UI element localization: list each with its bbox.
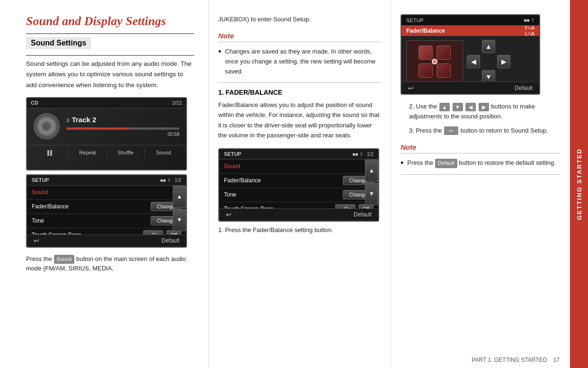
fader-setup-label: SETUP bbox=[406, 18, 424, 23]
right-note-section: Note • Press the Default button to resto… bbox=[401, 143, 561, 175]
setup-item-tone-2[interactable]: Tone Change bbox=[219, 188, 378, 202]
ctrl-up-icon2: ▲ bbox=[439, 103, 450, 111]
setup-bottom-bar-2: ↩ Default bbox=[219, 208, 378, 221]
setup-page-1: 1/2 bbox=[175, 178, 181, 183]
setup-item-sound[interactable]: Sound bbox=[27, 186, 186, 200]
mid-caption-2: 1. Press the Fader/Balance setting butto… bbox=[218, 226, 381, 233]
page-title: Sound and Display Settings bbox=[26, 14, 194, 28]
fader-top-bar: SETUP ■■ ⇧ bbox=[401, 15, 539, 26]
left-caption: Press the Sound button on the main scree… bbox=[26, 254, 194, 273]
cd-progress-fill bbox=[66, 127, 128, 130]
cd-shuffle-btn[interactable]: Shuffle bbox=[107, 148, 145, 157]
cd-info: ♪ Track 2 00:58 bbox=[66, 116, 179, 137]
setup-sound-label-2: Sound bbox=[224, 163, 374, 170]
seat-rear-right bbox=[437, 63, 451, 78]
cd-main: ♪ Track 2 00:58 bbox=[27, 108, 186, 144]
right-column: SETUP ■■ ⇧ Fader/Balance F=A L=A bbox=[391, 0, 570, 368]
ctrl-back-icon2: ↩ bbox=[444, 126, 458, 135]
cd-label: CD bbox=[31, 100, 38, 106]
seat-front-right bbox=[437, 45, 451, 60]
side-tab-label: GETTING STARTED bbox=[576, 148, 583, 220]
scroll-down-btn-1[interactable]: ▼ bbox=[173, 209, 186, 231]
cd-sound-btn[interactable]: Sound bbox=[145, 148, 182, 157]
left-body-text: Sound settings can be adjusted from any … bbox=[26, 59, 194, 90]
fader-balance-screen: SETUP ■■ ⇧ Fader/Balance F=A L=A bbox=[401, 14, 540, 95]
setup-top-bar-1: SETUP ■■ ⇧ 1/2 bbox=[27, 175, 186, 186]
back-icon-1[interactable]: ↩ bbox=[34, 237, 39, 244]
mid-section-heading: 1. FADER/BALANCE bbox=[218, 89, 381, 96]
scroll-up-btn-1[interactable]: ▲ bbox=[173, 186, 186, 208]
sound-inline-btn[interactable]: Sound bbox=[54, 255, 75, 264]
cd-disc bbox=[34, 113, 60, 139]
page-number: 17 bbox=[553, 357, 560, 363]
cd-repeat-btn[interactable]: Repeat bbox=[69, 148, 107, 157]
scroll-down-btn-2[interactable]: ▼ bbox=[365, 183, 378, 205]
right-note-bullet: • Press the Default button to restore th… bbox=[401, 158, 561, 169]
mid-note-bullet-1: • Changes are saved as they are made. In… bbox=[218, 47, 381, 76]
cd-counter: 2/21 bbox=[172, 100, 182, 106]
cd-top-bar: CD 2/21 bbox=[27, 98, 186, 108]
right-step-3: 3. Press the ↩ button to return to Sound… bbox=[401, 126, 561, 135]
fader-title-text: Fader/Balance bbox=[406, 27, 445, 34]
fader-lr-row: ◀ ▶ bbox=[467, 55, 510, 68]
right-note-heading: Note bbox=[401, 143, 561, 153]
fader-default-btn[interactable]: Default bbox=[515, 85, 533, 91]
fader-back-icon[interactable]: ↩ bbox=[408, 84, 414, 92]
setup-scroll-btns-1: ▲ ▼ bbox=[173, 186, 186, 231]
right-steps-list: 2. Use the ▲ ▼ ◀ ▶ buttons to make adjus… bbox=[401, 101, 561, 135]
cd-progress-bar bbox=[66, 127, 179, 130]
fader-fa-label: F=A bbox=[525, 25, 535, 31]
default-inline-label[interactable]: Default bbox=[435, 159, 457, 168]
section-divider-2 bbox=[26, 55, 194, 56]
right-bullet-dot: • bbox=[401, 158, 403, 169]
middle-column: JUKEBOX) to enter Sound Setup. Note • Ch… bbox=[208, 0, 391, 368]
setup-item-fader-2[interactable]: Fader/Balance Change bbox=[219, 174, 378, 188]
fader-up-btn[interactable]: ▲ bbox=[482, 40, 495, 53]
cd-time: 00:58 bbox=[66, 132, 179, 137]
setup-icons-1: ■■ ⇧ bbox=[160, 178, 171, 183]
setup-item-tone[interactable]: Tone Change bbox=[27, 214, 186, 228]
fader-center-space bbox=[482, 55, 495, 68]
setup-screen-1: SETUP ■■ ⇧ 1/2 Sound Fader/Balance Chang… bbox=[26, 174, 187, 248]
setup-label-2: SETUP bbox=[224, 151, 241, 157]
setup-fader-label-2: Fader/Balance bbox=[224, 177, 343, 184]
setup-page-2: 1/2 bbox=[367, 152, 374, 157]
side-tab: GETTING STARTED bbox=[570, 0, 588, 368]
setup-menu-1: Sound Fader/Balance Change Tone Change T… bbox=[27, 186, 186, 242]
fader-left-btn[interactable]: ◀ bbox=[467, 55, 480, 68]
cd-player-screen: CD 2/21 ♪ Track 2 00:58 bbox=[26, 97, 187, 171]
fader-grid bbox=[406, 40, 463, 83]
fader-arrows: ▲ ◀ ▶ ▼ bbox=[467, 40, 510, 83]
setup-item-fader[interactable]: Fader/Balance Change bbox=[27, 200, 186, 214]
mid-section-body: Fader/Balance allows you to adjust the p… bbox=[218, 100, 381, 141]
seat-rear-left bbox=[419, 63, 433, 78]
section-heading: Sound Settings bbox=[31, 39, 86, 47]
setup-scroll-btns-2: ▲ ▼ bbox=[365, 160, 378, 205]
back-icon-2[interactable]: ↩ bbox=[226, 211, 232, 218]
scroll-up-btn-2[interactable]: ▲ bbox=[365, 160, 378, 182]
setup-screen-2: SETUP ■■ ⇧ 1/2 Sound Fader/Balance Chang… bbox=[218, 148, 379, 222]
cd-controls-bar: Repeat Shuffle Sound bbox=[27, 145, 186, 160]
footer-text: PART 1. GETTING STARTED bbox=[472, 357, 547, 363]
page-footer: PART 1. GETTING STARTED 17 bbox=[472, 357, 560, 363]
main-content: Sound and Display Settings Sound Setting… bbox=[0, 0, 570, 368]
mid-caption-continued: JUKEBOX) to enter Sound Setup. bbox=[218, 14, 381, 24]
fader-title-bar: Fader/Balance F=A L=A bbox=[401, 26, 539, 36]
cd-pause-btn[interactable] bbox=[31, 148, 69, 157]
setup-item-sound-2[interactable]: Sound bbox=[219, 160, 378, 174]
default-btn-2[interactable]: Default bbox=[354, 211, 372, 218]
seat-front-left bbox=[419, 45, 433, 60]
setup-tone-label-2: Tone bbox=[224, 191, 343, 198]
fader-main: ▲ ◀ ▶ ▼ bbox=[401, 36, 539, 87]
fader-crosshair bbox=[432, 59, 437, 64]
setup-top-bar-2: SETUP ■■ ⇧ 1/2 bbox=[219, 149, 378, 160]
setup-tone-label: Tone bbox=[32, 217, 151, 224]
default-btn-1[interactable]: Default bbox=[161, 237, 179, 244]
fader-la-label: L=A bbox=[525, 31, 535, 36]
setup-fader-label: Fader/Balance bbox=[32, 203, 151, 210]
fader-right-btn[interactable]: ▶ bbox=[497, 55, 510, 68]
setup-sound-label: Sound bbox=[32, 189, 181, 196]
left-column: Sound and Display Settings Sound Setting… bbox=[0, 0, 208, 368]
mid-note-heading-1: Note bbox=[218, 32, 381, 42]
setup-label-1: SETUP bbox=[32, 177, 49, 183]
